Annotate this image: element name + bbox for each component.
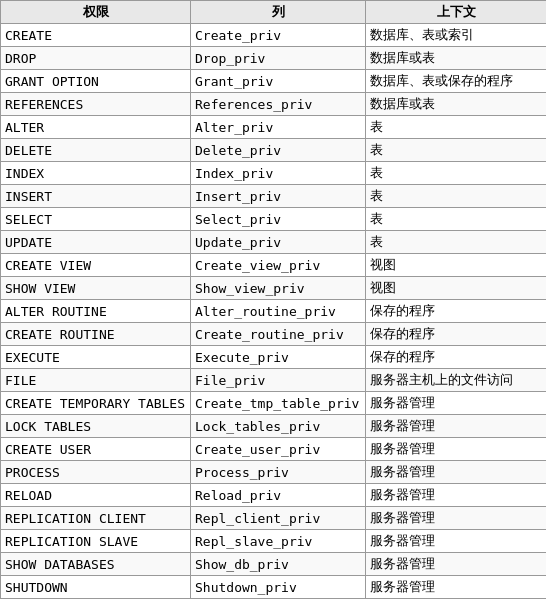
table-cell: Shutdown_priv [191, 576, 366, 599]
table-cell: 数据库或表 [366, 47, 547, 70]
table-row: DROPDrop_priv数据库或表 [1, 47, 547, 70]
table-cell: Select_priv [191, 208, 366, 231]
table-cell: 表 [366, 139, 547, 162]
table-cell: 数据库、表或索引 [366, 24, 547, 47]
table-cell: Execute_priv [191, 346, 366, 369]
table-cell: 表 [366, 162, 547, 185]
header-privilege: 权限 [1, 1, 191, 24]
table-cell: 服务器管理 [366, 415, 547, 438]
table-cell: SHUTDOWN [1, 576, 191, 599]
table-cell: Create_priv [191, 24, 366, 47]
table-cell: Create_tmp_table_priv [191, 392, 366, 415]
table-cell: 服务器管理 [366, 438, 547, 461]
table-cell: 保存的程序 [366, 346, 547, 369]
table-cell: SHOW DATABASES [1, 553, 191, 576]
table-row: LOCK TABLESLock_tables_priv服务器管理 [1, 415, 547, 438]
table-row: DELETEDelete_priv表 [1, 139, 547, 162]
table-cell: 服务器管理 [366, 507, 547, 530]
table-cell: GRANT OPTION [1, 70, 191, 93]
table-row: ALTER ROUTINEAlter_routine_priv保存的程序 [1, 300, 547, 323]
table-cell: References_priv [191, 93, 366, 116]
table-row: INSERTInsert_priv表 [1, 185, 547, 208]
table-cell: 数据库、表或保存的程序 [366, 70, 547, 93]
table-cell: ALTER [1, 116, 191, 139]
table-cell: ALTER ROUTINE [1, 300, 191, 323]
table-cell: CREATE ROUTINE [1, 323, 191, 346]
table-cell: 表 [366, 208, 547, 231]
table-cell: 服务器管理 [366, 484, 547, 507]
table-cell: 保存的程序 [366, 323, 547, 346]
table-row: REPLICATION SLAVERepl_slave_priv服务器管理 [1, 530, 547, 553]
table-row: GRANT OPTIONGrant_priv数据库、表或保存的程序 [1, 70, 547, 93]
table-row: CREATE ROUTINECreate_routine_priv保存的程序 [1, 323, 547, 346]
table-row: RELOADReload_priv服务器管理 [1, 484, 547, 507]
table-cell: DROP [1, 47, 191, 70]
table-cell: SELECT [1, 208, 191, 231]
table-cell: Show_db_priv [191, 553, 366, 576]
table-cell: 视图 [366, 277, 547, 300]
table-cell: Repl_slave_priv [191, 530, 366, 553]
table-cell: Insert_priv [191, 185, 366, 208]
table-cell: INSERT [1, 185, 191, 208]
table-cell: PROCESS [1, 461, 191, 484]
table-cell: 表 [366, 231, 547, 254]
table-cell: Lock_tables_priv [191, 415, 366, 438]
table-cell: UPDATE [1, 231, 191, 254]
table-row: SELECTSelect_priv表 [1, 208, 547, 231]
table-cell: FILE [1, 369, 191, 392]
table-row: FILEFile_priv服务器主机上的文件访问 [1, 369, 547, 392]
table-cell: REPLICATION CLIENT [1, 507, 191, 530]
table-row: EXECUTEExecute_priv保存的程序 [1, 346, 547, 369]
table-cell: 服务器管理 [366, 553, 547, 576]
header-column: 列 [191, 1, 366, 24]
table-cell: Delete_priv [191, 139, 366, 162]
table-row: INDEXIndex_priv表 [1, 162, 547, 185]
table-cell: REPLICATION SLAVE [1, 530, 191, 553]
privileges-table: 权限 列 上下文 CREATECreate_priv数据库、表或索引DROPDr… [0, 0, 546, 599]
table-cell: Show_view_priv [191, 277, 366, 300]
table-row: SHUTDOWNShutdown_priv服务器管理 [1, 576, 547, 599]
table-cell: 表 [366, 185, 547, 208]
table-cell: Repl_client_priv [191, 507, 366, 530]
table-cell: 保存的程序 [366, 300, 547, 323]
table-cell: Index_priv [191, 162, 366, 185]
table-cell: CREATE USER [1, 438, 191, 461]
table-cell: Create_user_priv [191, 438, 366, 461]
table-cell: 表 [366, 116, 547, 139]
table-cell: REFERENCES [1, 93, 191, 116]
table-cell: File_priv [191, 369, 366, 392]
table-cell: Process_priv [191, 461, 366, 484]
table-cell: 服务器管理 [366, 576, 547, 599]
table-cell: SHOW VIEW [1, 277, 191, 300]
table-cell: CREATE [1, 24, 191, 47]
table-row: UPDATEUpdate_priv表 [1, 231, 547, 254]
table-cell: Reload_priv [191, 484, 366, 507]
table-row: ALTERAlter_priv表 [1, 116, 547, 139]
table-row: SHOW VIEWShow_view_priv视图 [1, 277, 547, 300]
table-row: CREATE VIEWCreate_view_priv视图 [1, 254, 547, 277]
table-cell: 服务器管理 [366, 461, 547, 484]
table-cell: INDEX [1, 162, 191, 185]
table-cell: Create_view_priv [191, 254, 366, 277]
table-cell: 服务器管理 [366, 392, 547, 415]
table-cell: RELOAD [1, 484, 191, 507]
table-cell: CREATE VIEW [1, 254, 191, 277]
table-cell: 数据库或表 [366, 93, 547, 116]
table-row: CREATE TEMPORARY TABLESCreate_tmp_table_… [1, 392, 547, 415]
table-cell: Drop_priv [191, 47, 366, 70]
table-cell: Alter_priv [191, 116, 366, 139]
table-cell: Grant_priv [191, 70, 366, 93]
table-cell: EXECUTE [1, 346, 191, 369]
table-cell: Alter_routine_priv [191, 300, 366, 323]
table-cell: 视图 [366, 254, 547, 277]
table-row: CREATECreate_priv数据库、表或索引 [1, 24, 547, 47]
table-row: SHOW DATABASESShow_db_priv服务器管理 [1, 553, 547, 576]
table-row: REPLICATION CLIENTRepl_client_priv服务器管理 [1, 507, 547, 530]
table-row: REFERENCESReferences_priv数据库或表 [1, 93, 547, 116]
table-cell: Update_priv [191, 231, 366, 254]
table-row: CREATE USERCreate_user_priv服务器管理 [1, 438, 547, 461]
table-cell: CREATE TEMPORARY TABLES [1, 392, 191, 415]
table-cell: Create_routine_priv [191, 323, 366, 346]
table-cell: LOCK TABLES [1, 415, 191, 438]
table-cell: 服务器管理 [366, 530, 547, 553]
